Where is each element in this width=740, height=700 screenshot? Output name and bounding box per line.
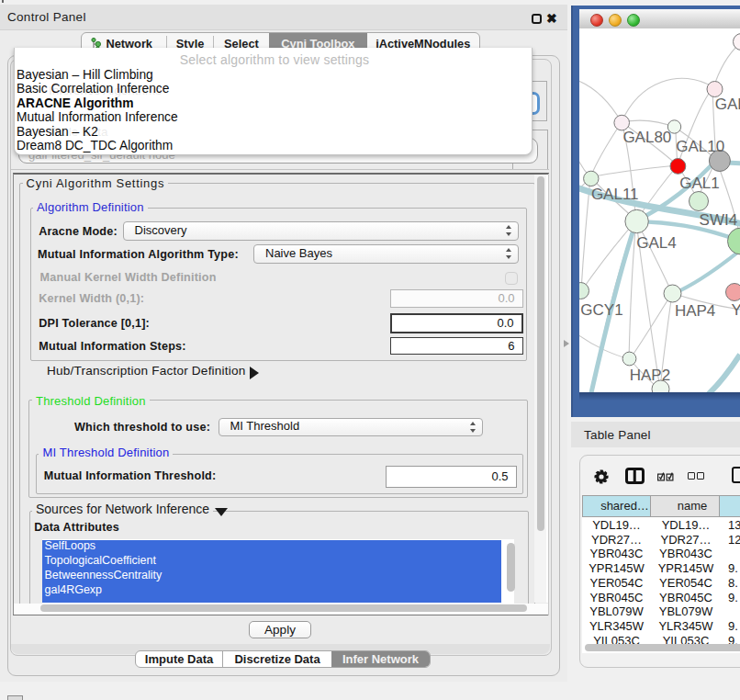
svg-text:HAP2: HAP2 (630, 367, 670, 384)
svg-text:GAL10: GAL10 (676, 138, 724, 155)
svg-text:GAL11: GAL11 (591, 186, 639, 203)
svg-text:GAL4: GAL4 (636, 234, 676, 252)
svg-text:Y: Y (731, 301, 740, 319)
svg-text:GAL80: GAL80 (622, 129, 671, 146)
svg-text:HAP4: HAP4 (675, 302, 715, 320)
svg-text:SWI4: SWI4 (700, 211, 738, 229)
svg-text:GCY1: GCY1 (580, 301, 622, 319)
svg-text:GAL: GAL (715, 96, 740, 113)
svg-text:GAL1: GAL1 (679, 175, 719, 192)
